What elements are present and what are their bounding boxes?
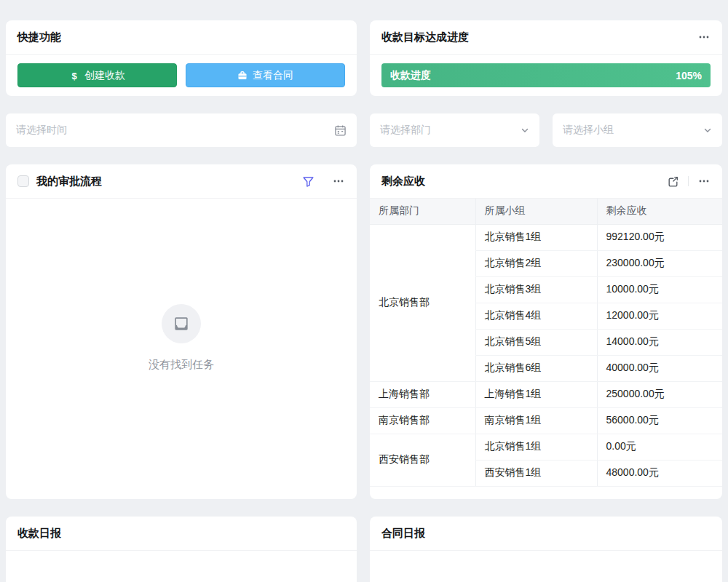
- contract-daily-card: 合同日报: [370, 517, 722, 582]
- create-payment-label: 创建收款: [84, 69, 125, 82]
- table-row: 西安销售部北京销售1组0.00元: [370, 434, 722, 460]
- approval-select-checkbox[interactable]: [17, 175, 29, 187]
- view-contract-label: 查看合同: [253, 69, 293, 82]
- amount-cell: 48000.00元: [597, 460, 722, 486]
- receivables-card: 剩余应收 所属部门: [370, 164, 722, 499]
- dashboard-page: 快捷功能 $ 创建收款 查看合同: [0, 0, 728, 582]
- department-cell: 上海销售部: [370, 381, 475, 407]
- receivables-table: 所属部门 所属小组 剩余应收 北京销售部北京销售1组992120.00元北京销售…: [370, 199, 722, 487]
- receivables-card-title: 剩余应收: [381, 175, 425, 188]
- table-row: 南京销售部南京销售1组56000.00元: [370, 407, 722, 434]
- group-cell: 西安销售1组: [475, 460, 597, 486]
- amount-cell: 230000.00元: [597, 250, 722, 276]
- chevron-down-icon: [521, 126, 529, 135]
- quick-actions-card: 快捷功能 $ 创建收款 查看合同: [6, 20, 357, 96]
- chevron-down-icon: [703, 126, 712, 135]
- calendar-icon: [334, 124, 347, 137]
- receivables-table-body: 北京销售部北京销售1组992120.00元北京销售2组230000.00元北京销…: [370, 224, 722, 486]
- amount-cell: 56000.00元: [597, 407, 722, 434]
- briefcase-icon: [237, 71, 248, 81]
- more-icon[interactable]: [332, 175, 345, 188]
- amount-cell: 40000.00元: [597, 355, 722, 381]
- progress-bar-label: 收款进度: [390, 69, 431, 82]
- payment-daily-title: 收款日报: [17, 527, 61, 541]
- payment-daily-card: 收款日报: [6, 517, 357, 582]
- approval-card-title: 我的审批流程: [36, 175, 102, 188]
- approval-flow-card: 我的审批流程 没有找到任务: [6, 164, 357, 499]
- table-row: 北京销售部北京销售1组992120.00元: [370, 224, 722, 250]
- progress-bar-value: 105%: [676, 70, 702, 81]
- more-icon[interactable]: [697, 31, 711, 44]
- svg-text:$: $: [71, 71, 77, 81]
- empty-state: 没有找到任务: [6, 199, 357, 499]
- group-cell: 北京销售1组: [475, 224, 597, 250]
- group-cell: 北京销售4组: [475, 303, 597, 329]
- col-header-group: 所属小组: [475, 199, 597, 224]
- dollar-icon: $: [69, 71, 79, 81]
- group-cell: 北京销售2组: [475, 250, 597, 276]
- department-cell: 南京销售部: [370, 407, 475, 434]
- group-placeholder: 请选择小组: [563, 124, 614, 137]
- table-row: 上海销售部上海销售1组250000.00元: [370, 381, 722, 407]
- amount-cell: 0.00元: [597, 434, 722, 460]
- filter-icon[interactable]: [302, 175, 314, 188]
- view-contract-button[interactable]: 查看合同: [186, 63, 345, 87]
- empty-state-text: 没有找到任务: [149, 358, 214, 372]
- group-cell: 北京销售1组: [475, 434, 597, 460]
- external-link-icon[interactable]: [667, 175, 679, 188]
- amount-cell: 10000.00元: [597, 276, 722, 303]
- col-header-department: 所属部门: [370, 199, 475, 224]
- time-placeholder: 请选择时间: [16, 124, 67, 137]
- department-select[interactable]: 请选择部门: [370, 113, 539, 147]
- group-cell: 北京销售3组: [475, 276, 597, 303]
- amount-cell: 992120.00元: [597, 224, 722, 250]
- group-cell: 北京销售6组: [475, 355, 597, 381]
- collection-progress-bar: 收款进度 105%: [381, 63, 711, 87]
- department-cell: 西安销售部: [370, 434, 475, 486]
- time-select-input[interactable]: 请选择时间: [6, 113, 357, 147]
- contract-daily-title: 合同日报: [381, 527, 425, 541]
- progress-card-title: 收款目标达成进度: [381, 31, 469, 44]
- quick-actions-title: 快捷功能: [17, 31, 61, 44]
- group-select[interactable]: 请选择小组: [553, 113, 722, 147]
- group-cell: 南京销售1组: [475, 407, 597, 434]
- group-cell: 北京销售5组: [475, 329, 597, 355]
- amount-cell: 12000.00元: [597, 303, 722, 329]
- empty-inbox-icon: [162, 304, 201, 343]
- amount-cell: 250000.00元: [597, 381, 722, 407]
- more-icon[interactable]: [697, 175, 711, 188]
- progress-card: 收款目标达成进度 收款进度 105%: [370, 20, 722, 96]
- amount-cell: 14000.00元: [597, 329, 722, 355]
- create-payment-button[interactable]: $ 创建收款: [17, 63, 177, 87]
- department-placeholder: 请选择部门: [380, 124, 431, 137]
- group-cell: 上海销售1组: [475, 381, 597, 407]
- department-cell: 北京销售部: [370, 224, 475, 381]
- col-header-amount: 剩余应收: [597, 199, 722, 224]
